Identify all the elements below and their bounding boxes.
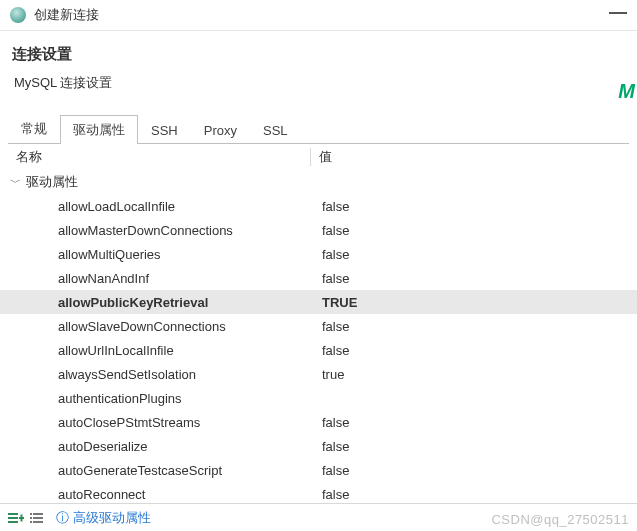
property-value[interactable]: false xyxy=(312,199,627,214)
window-title: 创建新连接 xyxy=(34,6,99,24)
svg-rect-2 xyxy=(8,521,18,523)
section-heading: 连接设置 xyxy=(0,31,637,70)
tab-label: 常规 xyxy=(21,121,47,136)
property-row[interactable]: autoGenerateTestcaseScriptfalse xyxy=(0,458,637,482)
properties-tree: ﹀ 驱动属性 allowLoadLocalInfilefalseallowMas… xyxy=(0,170,637,506)
tree-group-driver-properties[interactable]: ﹀ 驱动属性 xyxy=(0,170,637,194)
tab-label: SSL xyxy=(263,123,288,138)
info-icon: ⓘ xyxy=(56,509,69,527)
property-row[interactable]: allowUrlInLocalInfilefalse xyxy=(0,338,637,362)
table-header: 名称 值 xyxy=(0,146,637,170)
property-value[interactable]: true xyxy=(312,367,627,382)
column-header-value[interactable]: 值 xyxy=(310,148,627,166)
tab-ssh[interactable]: SSH xyxy=(138,117,191,143)
svg-rect-5 xyxy=(33,513,43,515)
group-label: 驱动属性 xyxy=(24,173,312,191)
add-row-icon[interactable] xyxy=(8,511,24,525)
svg-rect-1 xyxy=(8,517,18,519)
property-name: autoGenerateTestcaseScript xyxy=(24,463,312,478)
property-value[interactable]: TRUE xyxy=(312,295,627,310)
mysql-logo: M xyxy=(618,80,635,103)
property-row[interactable]: allowSlaveDownConnectionsfalse xyxy=(0,314,637,338)
property-name: allowNanAndInf xyxy=(24,271,312,286)
property-name: allowLoadLocalInfile xyxy=(24,199,312,214)
advanced-driver-properties-link[interactable]: 高级驱动属性 xyxy=(73,509,151,527)
property-name: autoClosePStmtStreams xyxy=(24,415,312,430)
tab-ssl[interactable]: SSL xyxy=(250,117,301,143)
tab-general[interactable]: 常规 xyxy=(8,114,60,143)
property-value[interactable]: false xyxy=(312,463,627,478)
property-value[interactable]: false xyxy=(312,319,627,334)
property-name: autoReconnect xyxy=(24,487,312,502)
svg-rect-10 xyxy=(30,521,32,523)
tab-strip: 常规 驱动属性 SSH Proxy SSL xyxy=(0,114,637,143)
subtitle: MySQL 连接设置 xyxy=(0,70,637,104)
property-name: allowMasterDownConnections xyxy=(24,223,312,238)
property-row[interactable]: allowMultiQueriesfalse xyxy=(0,242,637,266)
property-name: alwaysSendSetIsolation xyxy=(24,367,312,382)
property-value[interactable]: false xyxy=(312,223,627,238)
property-value[interactable]: false xyxy=(312,439,627,454)
svg-rect-7 xyxy=(33,521,43,523)
property-value[interactable]: false xyxy=(312,487,627,502)
property-value[interactable]: false xyxy=(312,343,627,358)
property-row[interactable]: allowPublicKeyRetrievalTRUE xyxy=(0,290,637,314)
footer-bar: ⓘ 高级驱动属性 xyxy=(0,503,637,531)
property-row[interactable]: allowLoadLocalInfilefalse xyxy=(0,194,637,218)
property-name: allowPublicKeyRetrieval xyxy=(24,295,312,310)
minimize-button[interactable] xyxy=(609,12,627,14)
tab-label: SSH xyxy=(151,123,178,138)
property-row[interactable]: autoDeserializefalse xyxy=(0,434,637,458)
tab-driver-properties[interactable]: 驱动属性 xyxy=(60,115,138,144)
property-row[interactable]: authenticationPlugins xyxy=(0,386,637,410)
property-value[interactable]: false xyxy=(312,247,627,262)
property-row[interactable]: allowNanAndInffalse xyxy=(0,266,637,290)
property-name: authenticationPlugins xyxy=(24,391,312,406)
tab-label: Proxy xyxy=(204,123,237,138)
property-value[interactable]: false xyxy=(312,415,627,430)
svg-rect-4 xyxy=(21,514,23,521)
property-value[interactable]: false xyxy=(312,271,627,286)
svg-rect-0 xyxy=(8,513,18,515)
tab-proxy[interactable]: Proxy xyxy=(191,117,250,143)
chevron-down-icon: ﹀ xyxy=(10,175,24,190)
titlebar: 创建新连接 xyxy=(0,0,637,31)
property-name: autoDeserialize xyxy=(24,439,312,454)
svg-rect-9 xyxy=(30,517,32,519)
tab-label: 驱动属性 xyxy=(73,122,125,137)
property-row[interactable]: alwaysSendSetIsolationtrue xyxy=(0,362,637,386)
property-name: allowSlaveDownConnections xyxy=(24,319,312,334)
property-name: allowUrlInLocalInfile xyxy=(24,343,312,358)
svg-rect-8 xyxy=(30,513,32,515)
property-row[interactable]: autoClosePStmtStreamsfalse xyxy=(0,410,637,434)
property-name: allowMultiQueries xyxy=(24,247,312,262)
property-row[interactable]: allowMasterDownConnectionsfalse xyxy=(0,218,637,242)
list-icon[interactable] xyxy=(30,511,46,525)
svg-rect-6 xyxy=(33,517,43,519)
app-icon xyxy=(10,7,26,23)
column-header-name[interactable]: 名称 xyxy=(10,148,310,166)
